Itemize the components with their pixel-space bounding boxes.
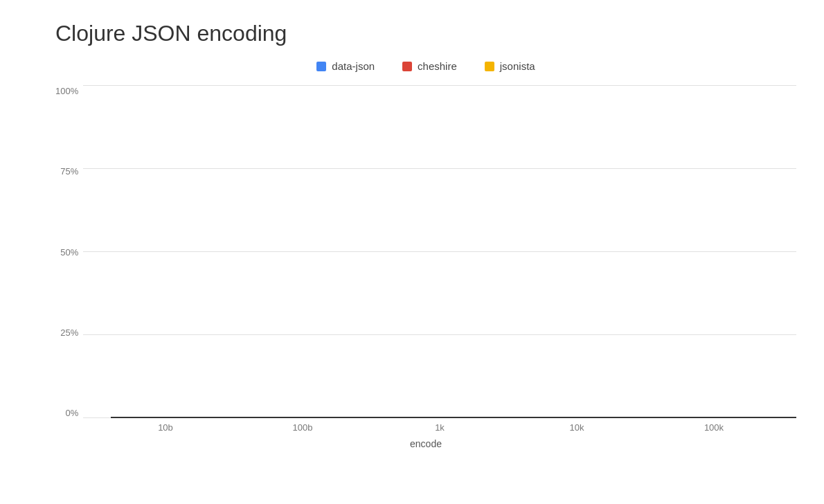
x-axis-label: 1k: [398, 422, 481, 433]
legend-label: cheshire: [418, 60, 457, 72]
x-axis-label: 100b: [261, 422, 344, 433]
chart-title: Clojure JSON encoding: [55, 21, 796, 46]
chart-area: 100%75%50%25%0%: [55, 86, 796, 418]
legend-color-dot: [402, 62, 412, 71]
legend-color-dot: [485, 62, 494, 71]
legend-label: data-json: [332, 60, 375, 72]
legend-item: jsonista: [485, 60, 535, 72]
legend-item: cheshire: [402, 60, 457, 72]
x-axis-label: 10k: [535, 422, 618, 433]
x-axis-label: 100k: [672, 422, 755, 433]
x-axis-line: [111, 417, 796, 418]
grid-and-bars: [83, 86, 796, 418]
y-axis-label: 0%: [65, 408, 78, 418]
x-axis-title: encode: [55, 438, 796, 449]
y-axis-label: 25%: [60, 327, 78, 338]
legend-item: data-json: [316, 60, 375, 72]
y-axis-label: 100%: [55, 86, 78, 96]
legend-color-dot: [316, 62, 326, 71]
legend-label: jsonista: [500, 60, 535, 72]
x-axis: 10b100b1k10k100k: [83, 422, 796, 433]
bars-area: [83, 86, 796, 418]
y-axis: 100%75%50%25%0%: [55, 86, 85, 418]
y-axis-label: 50%: [60, 247, 78, 258]
y-axis-label: 75%: [60, 166, 78, 177]
chart-container: Clojure JSON encoding data-jsoncheshirej…: [0, 0, 824, 504]
x-axis-label: 10b: [124, 422, 207, 433]
chart-legend: data-jsoncheshirejsonista: [55, 60, 796, 72]
